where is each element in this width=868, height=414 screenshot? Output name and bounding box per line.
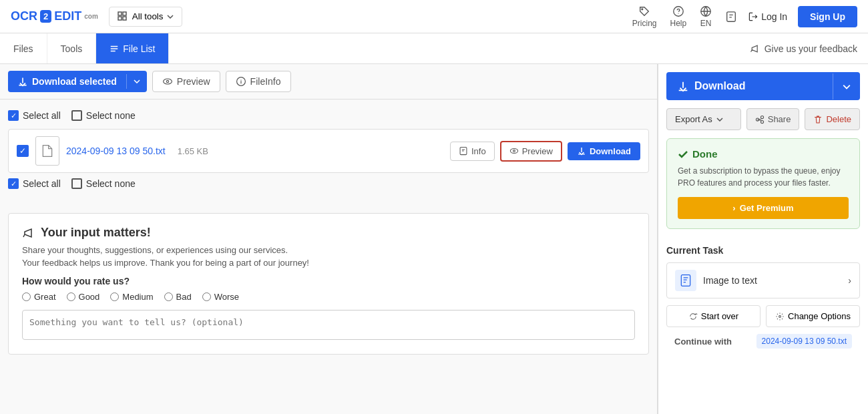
logo-ocr-text: OCR	[11, 9, 37, 23]
rating-great[interactable]: Great	[22, 292, 56, 302]
continue-with-label: Continue with	[674, 337, 732, 347]
select-all-bottom[interactable]: Select all	[8, 178, 61, 189]
svg-point-12	[510, 149, 517, 154]
current-task-title: Current Task	[666, 245, 860, 256]
current-task-section: Current Task Image to text › Start over …	[658, 237, 868, 357]
get-premium-button[interactable]: › Get Premium	[678, 197, 849, 219]
rating-bad[interactable]: Bad	[164, 292, 192, 302]
help-nav-item[interactable]: Help	[670, 5, 686, 28]
feedback-link-label: Give us your feedback	[765, 43, 857, 54]
svg-rect-7	[727, 11, 736, 21]
radio-worse[interactable]	[202, 292, 211, 301]
radio-medium[interactable]	[110, 292, 119, 301]
right-download-button[interactable]: Download	[666, 72, 860, 100]
download-selected-dropdown[interactable]	[126, 74, 147, 89]
get-premium-label: Get Premium	[740, 203, 794, 213]
file-download-button[interactable]: Download	[568, 142, 640, 160]
main-layout: Download selected Preview FileInfo	[0, 64, 868, 414]
logo-number: 2	[40, 10, 51, 23]
eye-icon	[162, 76, 173, 87]
all-tools-button[interactable]: All tools	[109, 7, 183, 27]
top-select-row: Select all Select none	[8, 110, 649, 121]
language-nav-item[interactable]: EN	[700, 5, 712, 28]
file-info-button[interactable]: Info	[450, 142, 495, 161]
svg-rect-1	[123, 12, 126, 15]
file-row: ✓ 2024-09-09 13 09 50.txt 1.65 KB Info P…	[8, 129, 649, 173]
toolbar: Download selected Preview FileInfo	[0, 64, 657, 99]
fileinfo-label: FileInfo	[250, 76, 281, 87]
download-selected-button[interactable]: Download selected	[8, 71, 147, 92]
file-size: 1.65 KB	[178, 146, 208, 156]
signup-button[interactable]: Sign Up	[798, 6, 857, 27]
right-download-dropdown[interactable]	[833, 73, 860, 99]
download-right-icon	[677, 80, 689, 92]
file-checkbox[interactable]: ✓	[17, 145, 29, 157]
share-button[interactable]: Share	[746, 108, 800, 130]
delete-label: Delete	[826, 114, 851, 124]
chevron-down-export-icon	[716, 118, 723, 122]
history-nav-item[interactable]	[725, 11, 737, 23]
logo-edit-text: EDIT	[54, 9, 81, 23]
download-file-label: Download	[590, 146, 631, 156]
done-title: Done	[678, 148, 849, 160]
subnav-files[interactable]: Files	[0, 33, 47, 63]
fileinfo-button[interactable]: FileInfo	[226, 71, 291, 92]
all-tools-label: All tools	[132, 11, 164, 21]
export-as-button[interactable]: Export As	[666, 108, 741, 130]
task-actions: Start over Change Options	[666, 305, 860, 327]
select-none-top-label: Select none	[86, 110, 136, 121]
rating-good[interactable]: Good	[67, 292, 100, 302]
rating-great-label: Great	[34, 292, 56, 302]
file-name[interactable]: 2024-09-09 13 09 50.txt	[66, 146, 166, 156]
select-all-top-label: Select all	[23, 110, 61, 121]
delete-button[interactable]: Delete	[805, 108, 860, 130]
svg-point-8	[163, 79, 172, 84]
radio-good[interactable]	[67, 292, 75, 301]
pricing-nav-item[interactable]: Pricing	[632, 5, 657, 28]
start-over-button[interactable]: Start over	[666, 305, 761, 327]
done-card: Done Get a subscription to bypass the qu…	[666, 138, 860, 229]
login-button[interactable]: Log In	[748, 11, 787, 22]
left-panel: Download selected Preview FileInfo	[0, 64, 658, 414]
rating-worse[interactable]: Worse	[202, 292, 239, 302]
feedback-subtitle1: Share your thoughts, suggestions, or exp…	[22, 245, 635, 255]
select-all-top[interactable]: Select all	[8, 110, 61, 121]
radio-bad[interactable]	[164, 292, 173, 301]
grid-icon	[118, 11, 128, 22]
select-none-checkbox-top	[71, 110, 82, 121]
svg-point-13	[513, 150, 515, 152]
rating-medium[interactable]: Medium	[110, 292, 153, 302]
continue-with-row: Continue with 2024-09-09 13 09 50.txt	[666, 334, 860, 349]
feedback-link[interactable]: Give us your feedback	[750, 43, 868, 54]
rating-medium-label: Medium	[122, 292, 153, 302]
preview-file-label: Preview	[522, 146, 553, 156]
radio-great[interactable]	[22, 292, 31, 301]
select-none-bottom[interactable]: Select none	[71, 178, 136, 189]
export-row: Export As Share Delete	[658, 108, 868, 138]
select-none-top[interactable]: Select none	[71, 110, 136, 121]
svg-rect-14	[681, 275, 690, 286]
login-icon	[748, 11, 758, 22]
svg-point-9	[166, 80, 168, 82]
subnav-file-list[interactable]: File List	[96, 33, 169, 63]
chevron-down-icon-white	[134, 79, 140, 83]
feedback-ratings: Great Good Medium Bad Worse	[22, 292, 635, 302]
rating-bad-label: Bad	[176, 292, 192, 302]
feedback-title-text: Your input matters!	[41, 226, 151, 240]
share-icon	[755, 115, 765, 124]
settings-icon	[775, 312, 785, 321]
download-selected-main: Download selected	[8, 71, 126, 92]
feedback-textarea[interactable]	[22, 310, 635, 340]
svg-rect-0	[118, 12, 122, 15]
file-preview-button[interactable]: Preview	[500, 141, 562, 162]
preview-button[interactable]: Preview	[152, 71, 220, 92]
task-arrow-icon: ›	[848, 275, 851, 286]
change-options-button[interactable]: Change Options	[766, 305, 860, 327]
task-row[interactable]: Image to text ›	[666, 262, 860, 298]
tag-icon	[638, 5, 650, 17]
svg-point-4	[642, 8, 643, 9]
login-label: Log In	[761, 11, 787, 22]
start-over-label: Start over	[701, 311, 738, 321]
list-icon	[110, 44, 119, 53]
subnav-tools[interactable]: Tools	[47, 33, 97, 63]
